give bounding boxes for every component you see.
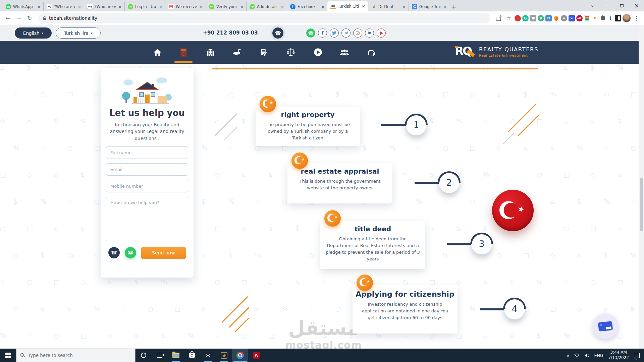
call-button[interactable]: ☎	[272, 27, 283, 39]
language-selector[interactable]: English ▾	[15, 27, 52, 39]
instagram-icon[interactable]	[353, 28, 362, 38]
full-name-input[interactable]	[106, 146, 188, 159]
browser-menu-icon[interactable]: ⋮	[632, 13, 641, 23]
fi-extension-icon[interactable]: FI	[545, 15, 552, 21]
tab-upwork-verify[interactable]: up Verify your emai ×	[206, 2, 246, 11]
tab-whatsapp[interactable]: ☎ WhatsApp ×	[3, 2, 43, 11]
tab-google-translate[interactable]: G Google Translat ×	[409, 2, 449, 11]
adblock-plus-extension-icon[interactable]: ABP	[576, 15, 583, 21]
youtube-play-glyph	[380, 32, 383, 35]
close-window-button[interactable]: ×	[629, 0, 644, 11]
close-icon[interactable]: ×	[158, 4, 163, 9]
share-button[interactable]	[494, 13, 503, 23]
bookmark-star-button[interactable]: ☆	[504, 13, 513, 23]
action-center-button[interactable]	[632, 349, 641, 362]
step-title: real estate appraisal	[287, 167, 392, 175]
tab-gmail[interactable]: M We received a re ×	[165, 2, 206, 11]
send-now-button[interactable]: Send now	[141, 247, 186, 259]
mail-button[interactable]: ✉	[200, 349, 216, 362]
adobe-acrobat-button[interactable]: A	[248, 349, 264, 362]
form-call-button[interactable]: ☎	[108, 247, 120, 258]
v-extension-icon[interactable]: V.	[569, 15, 575, 21]
currency-selector[interactable]: Turkish lira ▾	[56, 27, 101, 39]
chat-widget-button[interactable]	[593, 313, 618, 339]
restore-button[interactable]	[614, 0, 629, 11]
nav-support-headset-icon[interactable]	[361, 41, 382, 64]
close-icon[interactable]: ×	[280, 4, 285, 9]
youtube-icon[interactable]	[377, 28, 386, 38]
linkedin-icon[interactable]: in	[365, 28, 374, 38]
back-button[interactable]: ←	[3, 13, 13, 23]
message-textarea[interactable]	[106, 197, 188, 241]
taskbar-clock[interactable]: 3:44 AM 7/13/2022	[606, 350, 631, 360]
language-indicator[interactable]: ENG	[593, 349, 605, 362]
step-number-3: 3	[471, 234, 492, 254]
microsoft-store-button[interactable]	[184, 349, 200, 362]
tab-who-are-we-2[interactable]: RQ ?Who are we ×	[84, 2, 124, 11]
file-explorer-button[interactable]	[168, 349, 184, 362]
close-icon[interactable]: ×	[361, 4, 366, 9]
tab-who-are-we-1[interactable]: RQ ?Who are we ×	[43, 2, 84, 11]
tab-facebook[interactable]: f Facebook ×	[287, 2, 327, 11]
nav-properties-building-icon[interactable]	[200, 41, 221, 64]
downloads-icon[interactable]: ↓	[607, 15, 613, 21]
nav-home-icon[interactable]	[147, 41, 168, 64]
page-scrollbar[interactable]	[639, 25, 644, 349]
twitter-icon[interactable]	[330, 28, 339, 38]
flame-extension-icon[interactable]	[553, 15, 559, 21]
nav-citizenship-passport-icon-active[interactable]	[173, 41, 194, 64]
stack-extension-icon[interactable]	[584, 15, 590, 21]
orange-divider-line	[212, 68, 538, 69]
form-whatsapp-button[interactable]: ☎	[125, 247, 136, 258]
signal-extension-icon[interactable]	[561, 15, 567, 21]
window-chevron-button[interactable]: ∨	[585, 0, 600, 11]
nav-legal-scales-icon[interactable]	[280, 41, 302, 64]
close-icon[interactable]: ×	[402, 4, 407, 9]
wifi-icon[interactable]	[573, 349, 581, 362]
taskbar-search-input[interactable]	[28, 353, 131, 358]
grammarly-extension-icon[interactable]: G	[522, 15, 529, 21]
nav-team-icon[interactable]	[334, 41, 355, 64]
tab-turkish-citizenship-active[interactable]: RQ Turkish Citizens ×	[327, 1, 368, 11]
nav-video-play-icon[interactable]	[307, 41, 329, 64]
volume-icon[interactable]	[583, 349, 591, 362]
minimize-button[interactable]	[600, 0, 614, 11]
cortana-button[interactable]	[136, 349, 152, 362]
start-button[interactable]	[0, 349, 16, 362]
close-icon[interactable]: ×	[118, 4, 122, 9]
telegram-icon[interactable]	[341, 28, 351, 38]
nav-contract-signing-icon[interactable]	[253, 41, 275, 64]
forward-button[interactable]: →	[14, 13, 23, 23]
whatsapp-icon[interactable]: ☎	[306, 28, 315, 38]
extensions-puzzle-icon[interactable]	[599, 15, 606, 21]
tray-chevron-icon[interactable]: ∧	[565, 349, 571, 362]
adblock-extension-icon[interactable]	[515, 15, 521, 21]
close-icon[interactable]: ×	[239, 4, 244, 9]
tab-upwork-details[interactable]: up Add details ×	[246, 2, 287, 11]
chrome-button[interactable]	[232, 349, 248, 362]
taskbar-search[interactable]	[16, 349, 136, 362]
url-omnibox[interactable]: tebah.site/nationality	[38, 13, 490, 23]
site-logo[interactable]: RQ REALTY QUARTERS Real Estate & Investm…	[455, 44, 538, 59]
close-icon[interactable]: ×	[442, 4, 447, 9]
screenshot-extension-icon[interactable]	[530, 15, 536, 21]
mobile-number-input[interactable]	[106, 180, 188, 192]
nav-turkey-map-icon[interactable]	[226, 41, 248, 64]
profile-avatar[interactable]	[623, 14, 631, 22]
editor-app-button[interactable]: e	[216, 349, 232, 362]
reload-button[interactable]: ↻	[25, 13, 34, 23]
new-tab-button[interactable]: +	[449, 2, 459, 11]
tab-upwork-login[interactable]: up Log In - Upwork ×	[124, 2, 165, 11]
close-icon[interactable]: ×	[77, 4, 82, 9]
close-icon[interactable]: ×	[37, 4, 41, 9]
reader-extension-icon[interactable]	[615, 15, 621, 21]
vue-extension-icon[interactable]: V	[538, 15, 544, 21]
facebook-icon[interactable]: f	[318, 28, 327, 38]
tab-dr-dent[interactable]: d Dr Dent ×	[368, 2, 409, 11]
task-view-button[interactable]	[152, 349, 168, 362]
spark-extension-icon[interactable]: ✦	[592, 15, 598, 21]
close-icon[interactable]: ×	[199, 4, 204, 9]
email-input[interactable]	[106, 163, 188, 176]
close-icon[interactable]: ×	[321, 4, 325, 9]
scrollbar-thumb[interactable]	[640, 178, 643, 231]
